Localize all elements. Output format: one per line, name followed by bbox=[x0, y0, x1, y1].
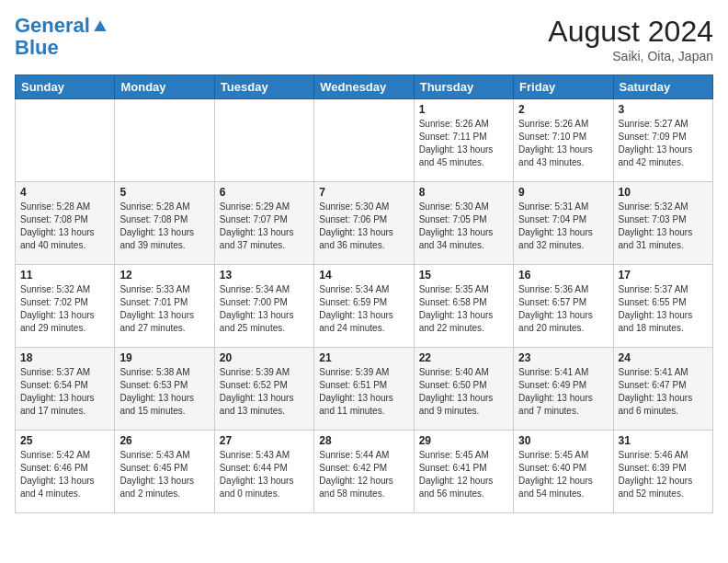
day-info: Sunrise: 5:28 AMSunset: 7:08 PMDaylight:… bbox=[119, 201, 209, 252]
day-number: 12 bbox=[119, 269, 209, 282]
day-number: 31 bbox=[619, 434, 708, 447]
day-number: 16 bbox=[518, 269, 608, 282]
calendar-week-2: 4Sunrise: 5:28 AMSunset: 7:08 PMDaylight… bbox=[16, 182, 713, 265]
calendar-week-5: 25Sunrise: 5:42 AMSunset: 6:46 PMDayligh… bbox=[16, 431, 713, 513]
weekday-header-thursday: Thursday bbox=[414, 75, 513, 99]
calendar-cell: 27Sunrise: 5:43 AMSunset: 6:44 PMDayligh… bbox=[214, 431, 313, 513]
title-section: August 2024 Saiki, Oita, Japan bbox=[548, 15, 713, 63]
day-info: Sunrise: 5:32 AMSunset: 7:02 PMDaylight:… bbox=[20, 283, 109, 335]
day-info: Sunrise: 5:39 AMSunset: 6:52 PMDaylight:… bbox=[220, 366, 309, 418]
day-info: Sunrise: 5:41 AMSunset: 6:49 PMDaylight:… bbox=[518, 366, 608, 418]
day-number: 23 bbox=[518, 351, 608, 364]
day-number: 4 bbox=[20, 186, 109, 199]
calendar-cell: 24Sunrise: 5:41 AMSunset: 6:47 PMDayligh… bbox=[613, 348, 712, 431]
day-number: 14 bbox=[319, 269, 408, 282]
day-info: Sunrise: 5:26 AMSunset: 7:11 PMDaylight:… bbox=[419, 118, 508, 169]
day-info: Sunrise: 5:45 AMSunset: 6:41 PMDaylight:… bbox=[419, 449, 508, 500]
location-label: Saiki, Oita, Japan bbox=[548, 49, 713, 63]
day-number: 1 bbox=[419, 103, 508, 116]
day-info: Sunrise: 5:29 AMSunset: 7:07 PMDaylight:… bbox=[220, 201, 309, 252]
day-info: Sunrise: 5:40 AMSunset: 6:50 PMDaylight:… bbox=[419, 366, 508, 418]
weekday-header-sunday: Sunday bbox=[16, 75, 115, 99]
calendar-cell: 6Sunrise: 5:29 AMSunset: 7:07 PMDaylight… bbox=[214, 182, 313, 265]
day-number: 3 bbox=[619, 103, 708, 116]
day-number: 7 bbox=[319, 186, 408, 199]
day-number: 29 bbox=[419, 434, 508, 447]
calendar-cell: 31Sunrise: 5:46 AMSunset: 6:39 PMDayligh… bbox=[613, 431, 712, 513]
day-info: Sunrise: 5:36 AMSunset: 6:57 PMDaylight:… bbox=[518, 283, 608, 335]
day-info: Sunrise: 5:27 AMSunset: 7:09 PMDaylight:… bbox=[619, 118, 708, 169]
weekday-header-friday: Friday bbox=[514, 75, 613, 99]
calendar-cell: 9Sunrise: 5:31 AMSunset: 7:04 PMDaylight… bbox=[514, 182, 613, 265]
day-info: Sunrise: 5:32 AMSunset: 7:03 PMDaylight:… bbox=[619, 201, 708, 252]
calendar-cell: 1Sunrise: 5:26 AMSunset: 7:11 PMDaylight… bbox=[414, 99, 513, 182]
day-info: Sunrise: 5:34 AMSunset: 6:59 PMDaylight:… bbox=[319, 283, 408, 335]
day-info: Sunrise: 5:39 AMSunset: 6:51 PMDaylight:… bbox=[319, 366, 408, 418]
day-info: Sunrise: 5:35 AMSunset: 6:58 PMDaylight:… bbox=[419, 283, 508, 335]
calendar-week-1: 1Sunrise: 5:26 AMSunset: 7:11 PMDaylight… bbox=[16, 99, 713, 182]
day-info: Sunrise: 5:41 AMSunset: 6:47 PMDaylight:… bbox=[619, 366, 708, 418]
calendar-cell bbox=[115, 99, 214, 182]
calendar-body: 1Sunrise: 5:26 AMSunset: 7:11 PMDaylight… bbox=[16, 99, 713, 513]
calendar-cell: 21Sunrise: 5:39 AMSunset: 6:51 PMDayligh… bbox=[314, 348, 414, 431]
calendar-cell: 26Sunrise: 5:43 AMSunset: 6:45 PMDayligh… bbox=[115, 431, 214, 513]
day-number: 15 bbox=[419, 269, 508, 282]
weekday-header-monday: Monday bbox=[115, 75, 214, 99]
weekday-header-wednesday: Wednesday bbox=[314, 75, 414, 99]
day-info: Sunrise: 5:43 AMSunset: 6:44 PMDaylight:… bbox=[220, 449, 309, 500]
calendar-cell: 28Sunrise: 5:44 AMSunset: 6:42 PMDayligh… bbox=[314, 431, 414, 513]
day-number: 26 bbox=[119, 434, 209, 447]
day-number: 6 bbox=[220, 186, 309, 199]
calendar-cell: 18Sunrise: 5:37 AMSunset: 6:54 PMDayligh… bbox=[16, 348, 115, 431]
day-number: 21 bbox=[319, 351, 408, 364]
day-number: 13 bbox=[220, 269, 309, 282]
calendar-cell: 23Sunrise: 5:41 AMSunset: 6:49 PMDayligh… bbox=[514, 348, 613, 431]
day-info: Sunrise: 5:37 AMSunset: 6:55 PMDaylight:… bbox=[619, 283, 708, 335]
calendar-cell: 10Sunrise: 5:32 AMSunset: 7:03 PMDayligh… bbox=[613, 182, 712, 265]
calendar-header-row: SundayMondayTuesdayWednesdayThursdayFrid… bbox=[16, 75, 713, 99]
calendar-cell: 16Sunrise: 5:36 AMSunset: 6:57 PMDayligh… bbox=[514, 265, 613, 348]
weekday-header-tuesday: Tuesday bbox=[214, 75, 313, 99]
logo: General Blue bbox=[15, 15, 110, 59]
day-number: 27 bbox=[220, 434, 309, 447]
day-info: Sunrise: 5:31 AMSunset: 7:04 PMDaylight:… bbox=[518, 201, 608, 252]
day-info: Sunrise: 5:45 AMSunset: 6:40 PMDaylight:… bbox=[518, 449, 608, 500]
day-info: Sunrise: 5:26 AMSunset: 7:10 PMDaylight:… bbox=[518, 118, 608, 169]
calendar-table: SundayMondayTuesdayWednesdayThursdayFrid… bbox=[15, 75, 713, 513]
day-number: 18 bbox=[20, 351, 109, 364]
day-info: Sunrise: 5:42 AMSunset: 6:46 PMDaylight:… bbox=[20, 449, 109, 500]
page-header: General Blue August 2024 Saiki, Oita, Ja… bbox=[15, 15, 713, 63]
calendar-cell bbox=[314, 99, 414, 182]
day-info: Sunrise: 5:46 AMSunset: 6:39 PMDaylight:… bbox=[619, 449, 708, 500]
day-info: Sunrise: 5:43 AMSunset: 6:45 PMDaylight:… bbox=[119, 449, 209, 500]
logo-text: General Blue bbox=[15, 15, 110, 59]
day-number: 24 bbox=[619, 351, 708, 364]
calendar-cell: 3Sunrise: 5:27 AMSunset: 7:09 PMDaylight… bbox=[613, 99, 712, 182]
day-number: 10 bbox=[619, 186, 708, 199]
weekday-header-saturday: Saturday bbox=[613, 75, 712, 99]
day-number: 17 bbox=[619, 269, 708, 282]
day-number: 5 bbox=[119, 186, 209, 199]
day-number: 20 bbox=[220, 351, 309, 364]
calendar-week-3: 11Sunrise: 5:32 AMSunset: 7:02 PMDayligh… bbox=[16, 265, 713, 348]
calendar-cell: 13Sunrise: 5:34 AMSunset: 7:00 PMDayligh… bbox=[214, 265, 313, 348]
calendar-cell: 17Sunrise: 5:37 AMSunset: 6:55 PMDayligh… bbox=[613, 265, 712, 348]
day-info: Sunrise: 5:30 AMSunset: 7:06 PMDaylight:… bbox=[319, 201, 408, 252]
day-number: 11 bbox=[20, 269, 109, 282]
day-number: 22 bbox=[419, 351, 508, 364]
calendar-cell: 30Sunrise: 5:45 AMSunset: 6:40 PMDayligh… bbox=[514, 431, 613, 513]
calendar-cell: 29Sunrise: 5:45 AMSunset: 6:41 PMDayligh… bbox=[414, 431, 513, 513]
calendar-cell: 20Sunrise: 5:39 AMSunset: 6:52 PMDayligh… bbox=[214, 348, 313, 431]
calendar-cell: 4Sunrise: 5:28 AMSunset: 7:08 PMDaylight… bbox=[16, 182, 115, 265]
day-number: 19 bbox=[119, 351, 209, 364]
calendar-cell: 19Sunrise: 5:38 AMSunset: 6:53 PMDayligh… bbox=[115, 348, 214, 431]
calendar-cell: 25Sunrise: 5:42 AMSunset: 6:46 PMDayligh… bbox=[16, 431, 115, 513]
svg-marker-0 bbox=[94, 21, 106, 32]
day-number: 25 bbox=[20, 434, 109, 447]
day-number: 8 bbox=[419, 186, 508, 199]
calendar-cell bbox=[16, 99, 115, 182]
calendar-cell: 11Sunrise: 5:32 AMSunset: 7:02 PMDayligh… bbox=[16, 265, 115, 348]
calendar-cell: 12Sunrise: 5:33 AMSunset: 7:01 PMDayligh… bbox=[115, 265, 214, 348]
calendar-cell: 14Sunrise: 5:34 AMSunset: 6:59 PMDayligh… bbox=[314, 265, 414, 348]
calendar-cell: 2Sunrise: 5:26 AMSunset: 7:10 PMDaylight… bbox=[514, 99, 613, 182]
